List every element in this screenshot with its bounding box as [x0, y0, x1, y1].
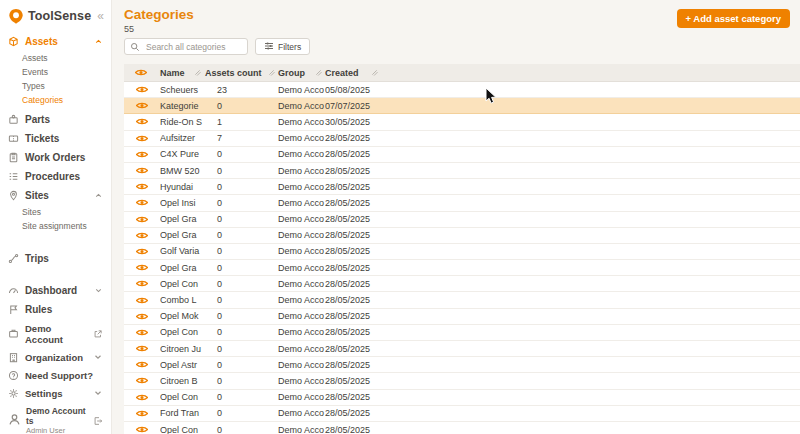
table-row[interactable]: Citroen Ju 0 Demo Acco 28/05/2025 [124, 341, 800, 357]
sidebar-item-settings[interactable]: Settings [0, 384, 111, 402]
column-resize-grip-icon[interactable] [194, 69, 201, 76]
category-name-cell[interactable]: Opel Con [160, 425, 204, 434]
table-row[interactable]: Ride-On S 1 Demo Acco 30/05/2025 [124, 114, 800, 130]
eye-icon[interactable] [136, 296, 148, 305]
sidebar-subitem-site-assignments[interactable]: Site assignments [0, 219, 111, 233]
eye-icon[interactable] [136, 263, 148, 272]
eye-icon[interactable] [136, 312, 148, 321]
table-row[interactable]: Opel Con 0 Demo Acco 28/05/2025 [124, 390, 800, 406]
column-header-assets-count[interactable]: Assets count [204, 64, 278, 81]
search-input[interactable] [144, 41, 242, 53]
table-row[interactable]: Opel Gra 0 Demo Acco 28/05/2025 [124, 228, 800, 244]
category-name-cell[interactable]: Hyundai [160, 182, 204, 192]
visibility-column-header[interactable] [124, 64, 160, 81]
eye-icon[interactable] [136, 150, 148, 159]
table-row[interactable]: Opel Con 0 Demo Acco 28/05/2025 [124, 422, 800, 434]
sidebar-collapse-icon[interactable]: « [97, 11, 104, 21]
category-name-cell[interactable]: Opel Gra [160, 230, 204, 240]
category-name-cell[interactable]: Opel Gra [160, 263, 204, 273]
sidebar-subitem-assets[interactable]: Assets [0, 51, 111, 65]
sidebar-item-assets[interactable]: Assets [0, 32, 111, 51]
table-row[interactable]: Opel Astr 0 Demo Acco 28/05/2025 [124, 357, 800, 373]
table-row[interactable]: Citroen B 0 Demo Acco 28/05/2025 [124, 373, 800, 389]
column-resize-grip-icon[interactable] [268, 69, 275, 76]
sidebar-item-dashboard[interactable]: Dashboard [0, 281, 111, 300]
table-row[interactable]: Opel Con 0 Demo Acco 28/05/2025 [124, 276, 800, 292]
eye-icon[interactable] [136, 393, 148, 402]
category-name-cell[interactable]: Golf Varia [160, 246, 204, 256]
sidebar-item-need-support[interactable]: Need Support? [0, 366, 111, 384]
eye-icon[interactable] [136, 231, 148, 240]
sidebar-subitem-sites[interactable]: Sites [0, 205, 111, 219]
column-resize-grip-icon[interactable] [371, 69, 378, 76]
eye-icon[interactable] [136, 279, 148, 288]
table-row[interactable]: Golf Varia 0 Demo Acco 28/05/2025 [124, 244, 800, 260]
add-asset-category-button[interactable]: + Add asset category [677, 9, 790, 28]
table-row[interactable]: Kategorie 0 Demo Acco 07/07/2025 [124, 98, 800, 114]
sidebar-item-sites[interactable]: Sites [0, 186, 111, 205]
eye-icon[interactable] [136, 182, 148, 191]
sidebar-item-work-orders[interactable]: Work Orders [0, 148, 111, 167]
sidebar-item-demo-account[interactable]: Demo Account [0, 319, 111, 348]
eye-icon[interactable] [136, 215, 148, 224]
table-row[interactable]: Hyundai 0 Demo Acco 28/05/2025 [124, 179, 800, 195]
column-resize-grip-icon[interactable] [315, 69, 322, 76]
eye-icon[interactable] [136, 166, 148, 175]
eye-icon[interactable] [136, 85, 148, 94]
table-row[interactable]: Opel Gra 0 Demo Acco 28/05/2025 [124, 260, 800, 276]
eye-icon[interactable] [136, 247, 148, 256]
table-row[interactable]: Combo L 0 Demo Acco 28/05/2025 [124, 292, 800, 308]
category-name-cell[interactable]: Opel Mok [160, 311, 204, 321]
eye-icon[interactable] [136, 101, 148, 110]
sidebar-item-organization[interactable]: Organization [0, 348, 111, 366]
category-name-cell[interactable]: Kategorie [160, 101, 204, 111]
category-name-cell[interactable]: Citroen Ju [160, 344, 204, 354]
filters-button[interactable]: Filters [255, 38, 310, 55]
category-name-cell[interactable]: Ride-On S [160, 117, 204, 127]
sidebar-subitem-events[interactable]: Events [0, 65, 111, 79]
column-header-group[interactable]: Group [278, 64, 325, 81]
sidebar-subitem-types[interactable]: Types [0, 79, 111, 93]
table-row[interactable]: BMW 520 0 Demo Acco 28/05/2025 [124, 163, 800, 179]
column-header-created[interactable]: Created [325, 64, 381, 81]
eye-icon[interactable] [136, 117, 148, 126]
eye-icon[interactable] [136, 360, 148, 369]
eye-icon[interactable] [136, 198, 148, 207]
category-name-cell[interactable]: Opel Con [160, 392, 204, 402]
column-header-name[interactable]: Name [160, 64, 204, 81]
category-name-cell[interactable]: Scheuers [160, 85, 204, 95]
table-row[interactable]: Opel Insi 0 Demo Acco 28/05/2025 [124, 195, 800, 211]
category-name-cell[interactable]: Ford Tran [160, 408, 204, 418]
category-name-cell[interactable]: Opel Con [160, 327, 204, 337]
user-menu[interactable]: Demo Account ts Admin User [0, 402, 111, 434]
sidebar-item-rules[interactable]: Rules [0, 300, 111, 319]
table-row[interactable]: Scheuers 23 Demo Acco 05/08/2025 [124, 82, 800, 98]
table-row[interactable]: Opel Mok 0 Demo Acco 28/05/2025 [124, 309, 800, 325]
category-name-cell[interactable]: Opel Astr [160, 360, 204, 370]
category-name-cell[interactable]: C4X Pure [160, 149, 204, 159]
category-name-cell[interactable]: Opel Gra [160, 214, 204, 224]
eye-icon[interactable] [136, 344, 148, 353]
eye-icon[interactable] [136, 134, 148, 143]
eye-icon[interactable] [136, 425, 148, 434]
sidebar-item-tickets[interactable]: Tickets [0, 129, 111, 148]
category-name-cell[interactable]: Combo L [160, 295, 204, 305]
table-row[interactable]: Aufsitzer 7 Demo Acco 28/05/2025 [124, 131, 800, 147]
eye-icon[interactable] [136, 409, 148, 418]
sidebar-subitem-categories[interactable]: Categories [0, 93, 111, 107]
eye-icon[interactable] [136, 328, 148, 337]
table-row[interactable]: C4X Pure 0 Demo Acco 28/05/2025 [124, 147, 800, 163]
category-name-cell[interactable]: BMW 520 [160, 166, 204, 176]
table-row[interactable]: Opel Con 0 Demo Acco 28/05/2025 [124, 325, 800, 341]
category-name-cell[interactable]: Citroen B [160, 376, 204, 386]
table-row[interactable]: Opel Gra 0 Demo Acco 28/05/2025 [124, 212, 800, 228]
category-name-cell[interactable]: Opel Con [160, 279, 204, 289]
category-name-cell[interactable]: Aufsitzer [160, 133, 204, 143]
eye-icon[interactable] [136, 376, 148, 385]
sidebar-item-parts[interactable]: Parts [0, 110, 111, 129]
logout-icon[interactable] [93, 416, 103, 426]
category-name-cell[interactable]: Opel Insi [160, 198, 204, 208]
sidebar-item-procedures[interactable]: Procedures [0, 167, 111, 186]
table-row[interactable]: Ford Tran 0 Demo Acco 28/05/2025 [124, 406, 800, 422]
sidebar-item-trips[interactable]: Trips [0, 249, 111, 268]
